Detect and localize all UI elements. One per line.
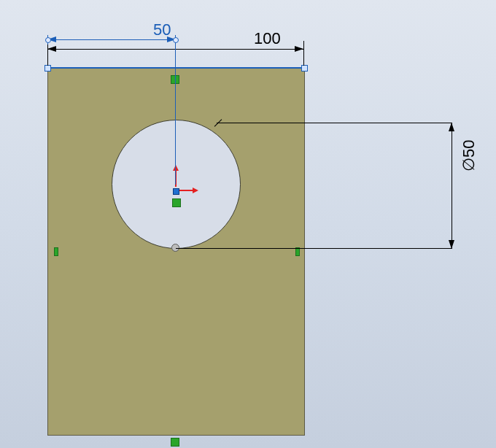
constraint-handle-bottom-mid[interactable] [171,438,179,447]
constraint-handle-origin[interactable] [172,198,181,207]
dim50-grip-right[interactable] [173,37,179,43]
vertex-handle-top-right[interactable] [301,65,308,72]
dimension-label-diameter[interactable]: ∅50 [460,140,478,171]
dim100-line[interactable] [47,49,304,50]
constraint-handle-left-mid[interactable] [54,247,58,256]
cad-sketch-canvas[interactable]: 100 50 ∅50 [0,0,496,448]
dimDia-arrow-up [449,123,454,131]
dim100-arrow-left [47,46,56,52]
dimDia-leader-top [217,123,452,123]
dim50-center-extension [175,35,176,185]
dimDia-leader-bottom [176,248,452,249]
dim100-ext-left [47,41,48,66]
dimension-label-offset[interactable]: 50 [153,20,171,39]
selected-top-edge[interactable] [47,67,304,69]
dimension-label-width[interactable]: 100 [254,29,281,48]
dim50-grip-left[interactable] [45,37,51,43]
dimDia-line[interactable] [452,123,452,249]
dim50-line[interactable] [47,39,176,40]
dim100-ext-right [303,41,304,66]
origin-point[interactable] [173,188,179,195]
vertex-handle-top-left[interactable] [44,65,51,72]
dimDia-arrow-down [449,240,454,249]
dim100-arrow-right [295,46,303,52]
